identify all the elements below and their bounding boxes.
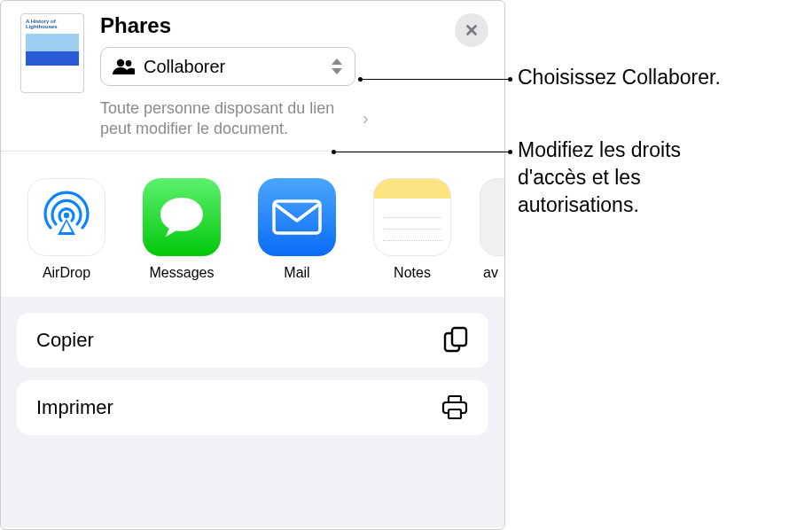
app-label: Mail — [284, 265, 309, 281]
app-more-icon — [480, 178, 504, 256]
people-icon — [112, 58, 135, 75]
airdrop-icon — [27, 178, 105, 256]
document-thumbnail: A History of Lighthouses — [20, 13, 84, 93]
copy-action[interactable]: Copier — [17, 313, 488, 368]
action-label: Copier — [36, 329, 94, 352]
chevron-right-icon: › — [363, 107, 369, 129]
svg-rect-3 — [274, 201, 320, 233]
collaborate-label: Collaborer — [144, 57, 225, 77]
print-icon — [441, 394, 469, 421]
messages-icon — [143, 178, 221, 256]
collaborate-select[interactable]: Collaborer — [100, 47, 355, 86]
permission-row[interactable]: Toute personne disposant du lien peut mo… — [100, 98, 439, 138]
share-apps-row: AirDrop Messages Mail — [1, 152, 504, 297]
thumbnail-image — [26, 34, 79, 66]
app-label: AirDrop — [43, 265, 90, 281]
app-messages[interactable]: Messages — [143, 178, 221, 281]
app-more[interactable]: av — [480, 178, 504, 281]
mail-icon — [258, 178, 336, 256]
close-icon — [464, 22, 480, 38]
thumbnail-title: A History of Lighthouses — [26, 19, 79, 29]
app-label: Notes — [394, 265, 431, 281]
annotation-leader — [332, 152, 511, 152]
share-header: A History of Lighthouses Phares Collabor… — [1, 1, 504, 152]
app-notes[interactable]: Notes — [373, 178, 451, 281]
notes-icon — [373, 178, 451, 256]
svg-rect-5 — [452, 328, 466, 346]
annotations-panel: Choisissez Collaborer. Modifiez les droi… — [505, 0, 812, 530]
app-label: Messages — [150, 265, 215, 281]
svg-point-1 — [126, 60, 132, 66]
document-title: Phares — [100, 13, 439, 38]
app-mail[interactable]: Mail — [258, 178, 336, 281]
svg-rect-8 — [449, 409, 461, 418]
annotation-modify: Modifiez les droits d'accès et les autor… — [518, 136, 748, 219]
action-label: Imprimer — [36, 396, 113, 419]
share-header-main: Phares Collaborer Toute personne disposa… — [100, 13, 439, 138]
print-action[interactable]: Imprimer — [17, 380, 488, 435]
annotation-leader — [359, 79, 511, 80]
copy-icon — [442, 326, 469, 355]
close-button[interactable] — [455, 13, 488, 47]
svg-point-0 — [117, 59, 124, 66]
permission-text: Toute personne disposant du lien peut mo… — [100, 98, 357, 138]
action-list: Copier Imprimer — [1, 297, 504, 527]
app-airdrop[interactable]: AirDrop — [27, 178, 105, 281]
app-label: av — [480, 265, 498, 281]
annotation-choose: Choisissez Collaborer. — [518, 64, 721, 91]
svg-point-2 — [64, 213, 69, 218]
updown-icon — [332, 58, 342, 74]
